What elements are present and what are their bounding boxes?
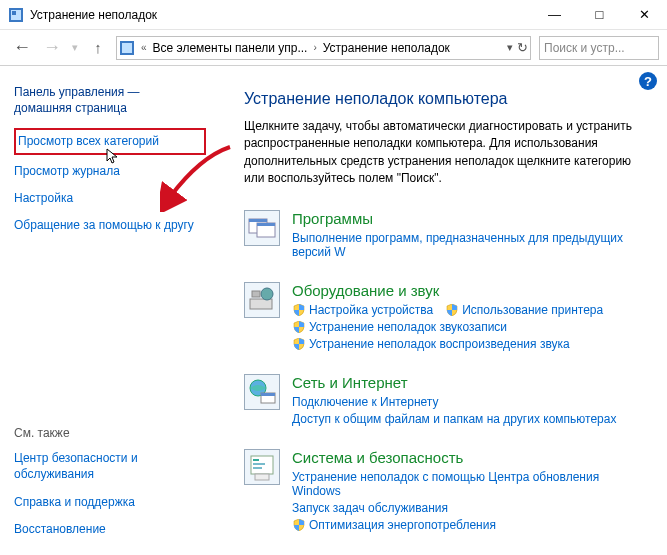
sidebar-link-security-center[interactable]: Центр безопасности и обслуживания	[14, 450, 206, 482]
see-also-heading: См. также	[14, 426, 206, 440]
link-power[interactable]: Оптимизация энергопотребления	[309, 518, 496, 532]
sidebar-link-settings[interactable]: Настройка	[14, 190, 206, 206]
link-sound-play[interactable]: Устранение неполадок воспроизведения зву…	[309, 337, 570, 351]
breadcrumb-item[interactable]: Все элементы панели упр...	[153, 41, 308, 55]
main-panel: Устранение неполадок компьютера Щелкните…	[220, 66, 667, 555]
svg-rect-8	[257, 223, 275, 226]
search-box[interactable]	[539, 36, 659, 60]
network-icon	[244, 374, 280, 410]
titlebar: Устранение неполадок — □ ✕	[0, 0, 667, 30]
sidebar-link-ask-friend[interactable]: Обращение за помощью к другу	[14, 217, 206, 233]
minimize-button[interactable]: —	[532, 0, 577, 29]
address-dropdown-icon[interactable]: ▾	[507, 41, 513, 54]
category-title[interactable]: Сеть и Интернет	[292, 374, 657, 391]
breadcrumb-item[interactable]: Устранение неполадок	[323, 41, 450, 55]
chevron-left-icon: «	[139, 42, 149, 53]
shield-icon	[292, 518, 306, 532]
sidebar-link-restore[interactable]: Восстановление	[14, 521, 106, 537]
svg-rect-9	[250, 299, 272, 309]
svg-rect-11	[252, 291, 260, 297]
svg-rect-19	[255, 474, 269, 480]
programs-icon	[244, 210, 280, 246]
window-title: Устранение неполадок	[30, 8, 532, 22]
search-input[interactable]	[544, 41, 654, 55]
svg-rect-16	[253, 459, 259, 461]
svg-rect-4	[122, 43, 132, 53]
hardware-icon	[244, 282, 280, 318]
maximize-button[interactable]: □	[577, 0, 622, 29]
link-printer[interactable]: Использование принтера	[462, 303, 603, 317]
svg-rect-6	[249, 219, 267, 222]
link-device-setup[interactable]: Настройка устройства	[309, 303, 433, 317]
sidebar-heading[interactable]: Панель управления — домашняя страница	[14, 84, 206, 116]
svg-rect-18	[253, 467, 262, 469]
shield-icon	[292, 320, 306, 334]
sidebar-link-help[interactable]: Справка и поддержка	[14, 494, 135, 510]
category-network: Сеть и Интернет Подключение к Интернету …	[244, 374, 657, 429]
sidebar-link-view-all[interactable]: Просмотр всех категорий	[14, 128, 206, 154]
navbar: ← → ▾ ↑ « Все элементы панели упр... › У…	[0, 30, 667, 66]
forward-button[interactable]: →	[38, 34, 66, 62]
history-dropdown[interactable]: ▾	[68, 34, 82, 62]
category-title[interactable]: Оборудование и звук	[292, 282, 657, 299]
back-button[interactable]: ←	[8, 34, 36, 62]
page-description: Щелкните задачу, чтобы автоматически диа…	[244, 118, 644, 188]
category-title[interactable]: Программы	[292, 210, 657, 227]
cursor-icon	[106, 148, 120, 171]
control-panel-icon	[8, 7, 24, 23]
address-bar[interactable]: « Все элементы панели упр... › Устранени…	[116, 36, 531, 60]
page-title: Устранение неполадок компьютера	[244, 90, 657, 108]
link-sound-record[interactable]: Устранение неполадок звукозаписи	[309, 320, 507, 334]
refresh-icon[interactable]: ↻	[517, 40, 528, 55]
address-icon	[119, 40, 135, 56]
system-icon	[244, 449, 280, 485]
up-button[interactable]: ↑	[88, 34, 108, 62]
category-hardware: Оборудование и звук Настройка устройства…	[244, 282, 657, 354]
shield-icon	[292, 303, 306, 317]
link-internet[interactable]: Подключение к Интернету	[292, 395, 439, 409]
link-shares[interactable]: Доступ к общим файлам и папкам на других…	[292, 412, 616, 426]
chevron-right-icon: ›	[311, 42, 318, 53]
link-windows-update[interactable]: Устранение неполадок с помощью Центра об…	[292, 470, 645, 498]
category-system: Система и безопасность Устранение непола…	[244, 449, 657, 535]
link-maintenance[interactable]: Запуск задач обслуживания	[292, 501, 448, 515]
close-button[interactable]: ✕	[622, 0, 667, 29]
shield-icon	[292, 337, 306, 351]
sidebar: Панель управления — домашняя страница Пр…	[0, 66, 220, 555]
svg-rect-14	[261, 393, 275, 396]
svg-rect-17	[253, 463, 265, 465]
svg-point-10	[261, 288, 273, 300]
link-run-old-programs[interactable]: Выполнение программ, предназначенных для…	[292, 231, 645, 259]
shield-icon	[445, 303, 459, 317]
category-title[interactable]: Система и безопасность	[292, 449, 657, 466]
category-programs: Программы Выполнение программ, предназна…	[244, 210, 657, 262]
svg-rect-2	[12, 11, 16, 15]
